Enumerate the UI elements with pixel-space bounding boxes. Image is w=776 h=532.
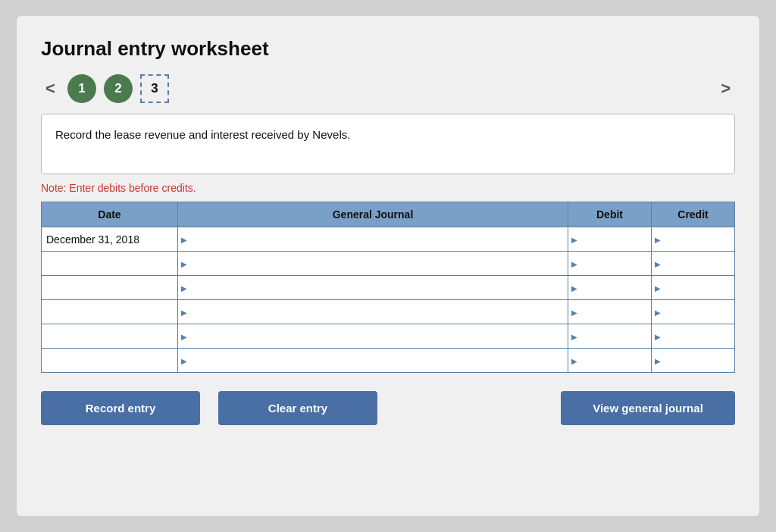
general-journal-cell-5[interactable]	[178, 349, 568, 373]
general-journal-input-3[interactable]	[178, 300, 568, 324]
credit-input-0[interactable]	[652, 227, 734, 251]
date-cell-1	[42, 252, 178, 276]
table-row: December 31, 2018	[42, 227, 735, 252]
credit-input-2[interactable]	[652, 276, 734, 299]
general-journal-input-2[interactable]	[178, 276, 568, 299]
table-row	[42, 324, 735, 349]
debit-cell-0[interactable]	[568, 227, 652, 252]
credit-cell-5[interactable]	[652, 349, 735, 373]
clear-entry-button[interactable]: Clear entry	[218, 391, 377, 425]
note-text: Note: Enter debits before credits.	[41, 182, 735, 194]
table-row	[42, 349, 735, 373]
general-journal-input-4[interactable]	[178, 324, 568, 348]
credit-cell-4[interactable]	[652, 324, 735, 349]
table-row	[42, 300, 735, 324]
general-journal-cell-4[interactable]	[178, 324, 568, 349]
date-cell-3	[42, 300, 178, 324]
view-general-journal-button[interactable]: View general journal	[561, 391, 735, 425]
table-row	[42, 252, 735, 276]
general-journal-cell-1[interactable]	[178, 252, 568, 276]
credit-cell-3[interactable]	[652, 300, 735, 324]
credit-input-5[interactable]	[652, 349, 734, 372]
debit-cell-3[interactable]	[568, 300, 652, 324]
button-row: Record entry Clear entry View general jo…	[41, 391, 735, 425]
credit-cell-0[interactable]	[652, 227, 735, 252]
debit-cell-2[interactable]	[568, 276, 652, 300]
next-arrow[interactable]: >	[716, 77, 735, 100]
page-title: Journal entry worksheet	[41, 37, 735, 61]
general-journal-input-5[interactable]	[178, 349, 568, 372]
credit-cell-2[interactable]	[652, 276, 735, 300]
credit-cell-1[interactable]	[652, 252, 735, 276]
step-2[interactable]: 2	[104, 74, 133, 103]
general-journal-cell-3[interactable]	[178, 300, 568, 324]
debit-input-0[interactable]	[568, 227, 651, 251]
col-header-debit: Debit	[568, 202, 652, 227]
col-header-credit: Credit	[652, 202, 735, 227]
credit-input-4[interactable]	[652, 324, 734, 348]
general-journal-cell-0[interactable]	[178, 227, 568, 252]
date-cell-2	[42, 276, 178, 300]
step-3-current[interactable]: 3	[140, 74, 169, 103]
debit-input-2[interactable]	[568, 276, 651, 299]
general-journal-cell-2[interactable]	[178, 276, 568, 300]
debit-input-1[interactable]	[568, 252, 651, 275]
description-text: Record the lease revenue and interest re…	[55, 128, 350, 141]
debit-cell-4[interactable]	[568, 324, 652, 349]
debit-input-3[interactable]	[568, 300, 651, 324]
table-row	[42, 276, 735, 300]
general-journal-input-1[interactable]	[178, 252, 568, 275]
credit-input-3[interactable]	[652, 300, 734, 324]
date-cell-0: December 31, 2018	[42, 227, 178, 252]
date-cell-5	[42, 349, 178, 373]
general-journal-input-0[interactable]	[178, 227, 568, 251]
col-header-date: Date	[42, 202, 178, 227]
debit-cell-5[interactable]	[568, 349, 652, 373]
debit-input-5[interactable]	[568, 349, 651, 372]
debit-cell-1[interactable]	[568, 252, 652, 276]
step-navigation: < 1 2 3 >	[41, 74, 735, 103]
journal-table: Date General Journal Debit Credit Decemb…	[41, 202, 735, 373]
description-box: Record the lease revenue and interest re…	[41, 114, 735, 174]
prev-arrow[interactable]: <	[41, 77, 60, 100]
date-cell-4	[42, 324, 178, 349]
credit-input-1[interactable]	[652, 252, 734, 275]
col-header-general: General Journal	[178, 202, 568, 227]
journal-entry-worksheet: Journal entry worksheet < 1 2 3 > Record…	[17, 16, 759, 516]
step-1[interactable]: 1	[67, 74, 96, 103]
record-entry-button[interactable]: Record entry	[41, 391, 200, 425]
debit-input-4[interactable]	[568, 324, 651, 348]
